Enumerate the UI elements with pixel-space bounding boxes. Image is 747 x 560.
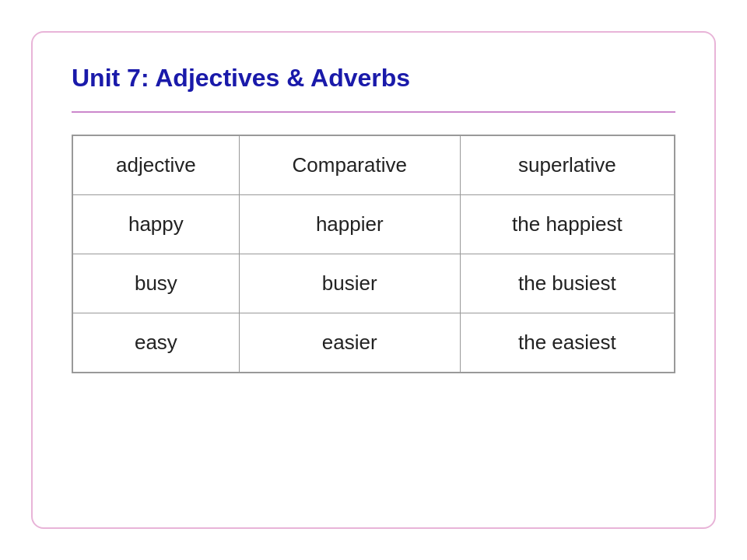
table-header-row: adjective Comparative superlative <box>72 135 675 195</box>
main-card: Unit 7: Adjectives & Adverbs adjective C… <box>31 31 716 529</box>
page-title: Unit 7: Adjectives & Adverbs <box>72 64 675 93</box>
table-cell-1-2: the busiest <box>460 254 675 313</box>
table-cell-2-2: the easiest <box>460 313 675 373</box>
table-cell-0-2: the happiest <box>460 195 675 254</box>
col-header-superlative: superlative <box>460 135 675 195</box>
title-divider <box>72 111 675 113</box>
table-row: busybusierthe busiest <box>72 254 675 313</box>
table-row: happyhappierthe happiest <box>72 195 675 254</box>
table-cell-0-1: happier <box>239 195 460 254</box>
table-cell-2-0: easy <box>72 313 239 373</box>
col-header-comparative: Comparative <box>239 135 460 195</box>
adjectives-table: adjective Comparative superlative happyh… <box>72 135 675 373</box>
col-header-adjective: adjective <box>72 135 239 195</box>
table-row: easyeasierthe easiest <box>72 313 675 373</box>
table-cell-1-0: busy <box>72 254 239 313</box>
table-cell-2-1: easier <box>239 313 460 373</box>
table-cell-0-0: happy <box>72 195 239 254</box>
table-cell-1-1: busier <box>239 254 460 313</box>
